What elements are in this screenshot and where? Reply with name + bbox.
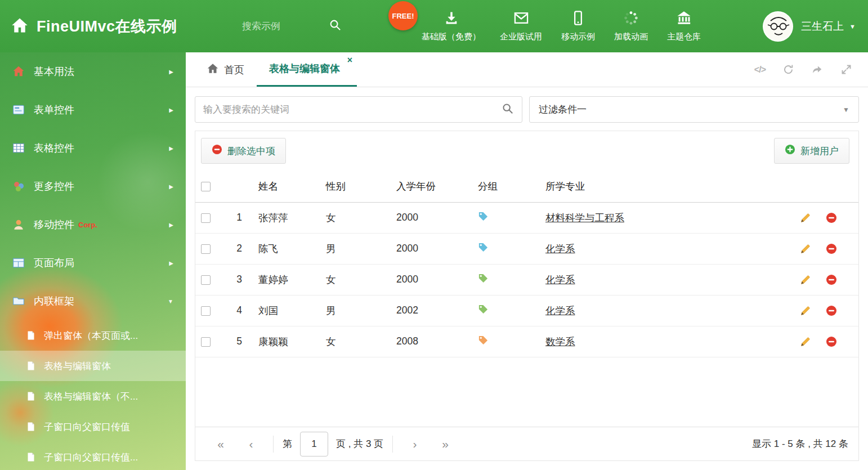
app-logo[interactable]: FineUIMvc在线示例 [11,0,177,52]
nav-item-theme-repo[interactable]: 主题仓库 [657,10,710,42]
column-header-gender: 性别 [320,171,391,202]
cell-name: 陈飞 [253,233,320,264]
nav-item-mobile-demo[interactable]: 移动示例 [552,10,605,42]
nav-item-enterprise-trial[interactable]: 企业版试用 [490,10,552,42]
cell-name: 董婷婷 [253,264,320,295]
search-icon[interactable] [329,19,342,34]
row-checkbox[interactable] [201,306,211,316]
plus-circle-icon [785,144,795,158]
username: 三生石上 [801,19,844,34]
delete-icon[interactable] [826,305,837,316]
house-icon [12,65,25,78]
sidebar-item-label: 表单控件 [34,103,74,117]
folder-icon [12,295,25,307]
delete-selected-button[interactable]: 删除选中项 [201,138,286,164]
file-icon [26,391,36,401]
first-page-button[interactable]: « [205,437,236,451]
search-icon[interactable] [502,102,514,117]
cell-name: 刘国 [253,295,320,326]
file-icon [26,330,36,341]
sidebar-item-form-controls[interactable]: 表单控件 ▶ [0,91,186,129]
column-header-name: 姓名 [253,171,320,202]
delete-icon[interactable] [826,274,837,285]
major-link[interactable]: 化学系 [545,305,575,316]
sidebar-subitem-grid-edit-window[interactable]: 表格与编辑窗体 [0,351,186,381]
major-link[interactable]: 材料科学与工程系 [545,212,624,223]
row-checkbox[interactable] [201,275,211,285]
header-nav: 基础版（免费） 企业版试用 移动示例 加载动画 [412,0,710,52]
sidebar-item-grid-controls[interactable]: 表格控件 ▶ [0,129,186,167]
row-checkbox[interactable] [201,244,211,254]
row-index: 1 [226,202,253,233]
row-checkbox[interactable] [201,213,211,223]
minus-circle-icon [212,144,222,158]
delete-icon[interactable] [826,336,837,347]
sidebar-subitem-popup-window[interactable]: 弹出窗体（本页面或... [0,320,186,351]
filter-dropdown[interactable]: 过滤条件一 ▼ [529,96,859,123]
cell-gender: 女 [320,326,391,357]
row-index: 5 [226,326,253,357]
sidebar-subitem-child-to-parent[interactable]: 子窗口向父窗口传值 [0,411,186,442]
table-row: 1 张萍萍 女 2000 材料科学与工程系 [195,202,858,233]
major-link[interactable]: 化学系 [545,243,575,254]
tab-home[interactable]: 首页 [195,52,257,87]
sidebar-item-label: 基本用法 [34,65,74,78]
cell-year: 2008 [391,326,472,357]
sidebar-item-label: 更多控件 [34,180,74,193]
delete-icon[interactable] [826,212,837,223]
pager-divider [273,436,274,453]
sidebar-subitem-grid-edit-window-2[interactable]: 表格与编辑窗体（不... [0,381,186,411]
pager-summary: 显示 1 - 5 条 , 共 12 条 [752,437,848,450]
tab-bar: 首页 表格与编辑窗体 × </> [186,52,868,87]
nav-item-loading-animation[interactable]: 加载动画 [605,10,657,42]
sidebar-item-mobile-controls[interactable]: 移动控件 Corp. ▶ [0,205,186,244]
delete-icon[interactable] [826,243,837,254]
add-user-button[interactable]: 新增用户 [774,138,849,164]
prev-page-button[interactable]: ‹ [236,437,266,451]
last-page-button[interactable]: » [430,437,460,451]
source-code-icon[interactable]: </> [754,65,766,75]
sidebar-item-page-layout[interactable]: 页面布局 ▶ [0,244,186,282]
column-header-major: 所学专业 [540,171,786,202]
refresh-icon[interactable] [782,64,794,75]
header-user[interactable]: 三生石上 ▼ [763,0,856,52]
free-badge: FREE! [388,1,418,30]
sidebar-item-label: 表格控件 [34,141,74,155]
fullscreen-icon[interactable] [840,64,852,75]
page-suffix-label: 页 , 共 3 页 [336,437,383,450]
tab-grid-edit-window[interactable]: 表格与编辑窗体 × [257,52,357,87]
header-search-input[interactable] [242,21,321,32]
keyword-search-input[interactable] [203,104,502,115]
nav-item-basic-free[interactable]: 基础版（免费） [412,10,490,42]
open-new-window-icon[interactable] [811,64,824,76]
chevron-right-icon: ▶ [169,260,173,266]
major-link[interactable]: 数学系 [545,336,575,347]
cell-gender: 男 [320,295,391,326]
edit-icon[interactable] [800,274,811,285]
file-icon [26,452,36,462]
corp-badge: Corp. [78,221,97,229]
sidebar-subitem-child-to-parent-2[interactable]: 子窗口向父窗口传值... [0,442,186,470]
close-icon[interactable]: × [347,55,352,65]
page-number-input[interactable] [300,432,328,456]
sidebar-subitem-label: 弹出窗体（本页面或... [44,329,138,342]
row-checkbox[interactable] [201,337,211,347]
table-header-row: 姓名 性别 入学年份 分组 所学专业 [195,171,858,202]
shapes-icon [12,180,25,193]
chevron-down-icon: ▼ [168,298,173,305]
sidebar-item-more-controls[interactable]: 更多控件 ▶ [0,167,186,205]
table-row: 3 董婷婷 女 2000 化学系 [195,264,858,295]
cell-gender: 女 [320,264,391,295]
sidebar-item-basic-usage[interactable]: 基本用法 ▶ [0,52,186,91]
cell-group [472,295,540,326]
next-page-button[interactable]: › [400,437,430,451]
edit-icon[interactable] [800,305,811,316]
select-all-checkbox[interactable] [201,182,211,191]
major-link[interactable]: 化学系 [545,274,575,285]
page-prefix-label: 第 [283,437,292,450]
edit-icon[interactable] [800,212,811,223]
column-header-index [226,171,253,202]
sidebar-item-iframe[interactable]: 内联框架 ▼ [0,282,186,320]
edit-icon[interactable] [800,243,811,254]
edit-icon[interactable] [800,336,811,347]
